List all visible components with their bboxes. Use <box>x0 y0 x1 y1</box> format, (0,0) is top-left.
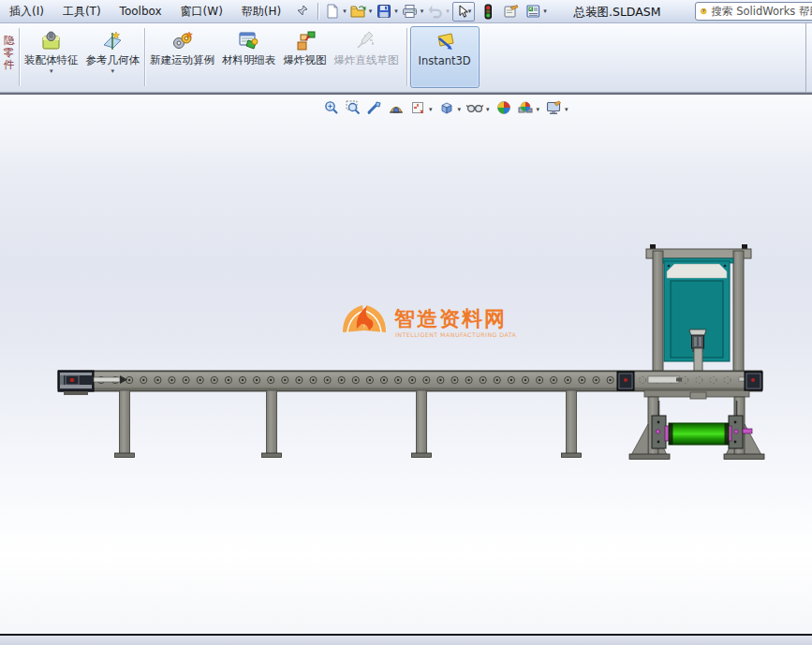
chevron-down-icon[interactable]: ▾ <box>50 67 53 75</box>
help-icon: ? <box>701 5 707 18</box>
menu-tools[interactable]: 工具(T) <box>53 0 111 23</box>
chevron-down-icon[interactable]: ▾ <box>111 67 114 75</box>
green-roller-assembly <box>652 416 752 448</box>
open-button[interactable] <box>347 2 370 22</box>
graphics-area[interactable]: ▾ ▾ ▾ ▾ ▾ <box>0 95 812 634</box>
solidworks-window: 插入(I) 工具(T) Toolbox 窗口(W) 帮助(H) ▾ ▾ ▾ ▾ … <box>0 0 812 645</box>
mid-bearing-block <box>617 372 634 390</box>
command-manager: 隐零件 装配体特征 ▾ 参考几何体 ▾ 新建运动算例 材料明细表 爆炸视图 <box>0 23 812 92</box>
pin-menu-icon[interactable] <box>290 1 315 22</box>
menu-insert[interactable]: 插入(I) <box>0 0 53 23</box>
watermark-logo-icon <box>343 305 386 332</box>
explode-line-sketch-button: 爆炸直线草图 <box>331 26 403 88</box>
assembly-drawing: 智造资料网 INTELLIGENT MANUFACTURING DATA <box>0 95 812 634</box>
divider <box>406 28 407 86</box>
watermark: 智造资料网 INTELLIGENT MANUFACTURING DATA <box>343 305 517 338</box>
menu-help[interactable]: 帮助(H) <box>232 0 290 23</box>
roller-shaft <box>743 429 752 433</box>
motion-study-icon <box>170 29 195 53</box>
design-checker-button[interactable] <box>522 2 544 22</box>
bill-of-materials-button[interactable]: 材料明细表 <box>218 26 280 88</box>
watermark-title: 智造资料网 <box>393 307 507 330</box>
select-tool-button[interactable]: ▾ <box>452 2 476 22</box>
divider <box>144 28 145 86</box>
explode-line-sketch-icon <box>354 29 378 53</box>
options-properties-button[interactable] <box>499 2 522 22</box>
menu-bar: 插入(I) 工具(T) Toolbox 窗口(W) 帮助(H) ▾ ▾ ▾ ▾ … <box>0 0 812 23</box>
search-placeholder: 搜索 SolidWorks 帮助 <box>712 5 812 19</box>
divider <box>19 28 20 86</box>
print-button[interactable] <box>399 2 421 22</box>
conveyor-legs <box>115 390 582 458</box>
assembly-features-button[interactable]: 装配体特征 ▾ <box>21 26 82 88</box>
assembly-features-icon <box>39 29 64 53</box>
document-title: 总装图.SLDASM <box>556 0 678 23</box>
new-motion-study-button[interactable]: 新建运动算例 <box>146 26 218 88</box>
bill-of-materials-icon <box>237 29 261 53</box>
show-hidden-components-button[interactable]: 隐零件 <box>0 26 18 88</box>
divider <box>805 23 806 92</box>
new-document-button[interactable] <box>321 2 344 22</box>
instant3d-icon <box>433 30 457 54</box>
search-input[interactable]: ? 搜索 SolidWorks 帮助 <box>695 2 812 21</box>
exploded-view-icon <box>293 29 317 53</box>
reference-geometry-button[interactable]: 参考几何体 ▾ <box>82 26 144 88</box>
chevron-down-icon[interactable]: ▾ <box>468 7 472 15</box>
instant3d-button[interactable]: Instant3D <box>410 26 480 88</box>
save-button[interactable] <box>373 2 395 22</box>
menu-toolbox[interactable]: Toolbox <box>111 1 171 22</box>
status-bar <box>0 634 812 645</box>
divider <box>317 3 318 20</box>
reference-geometry-icon <box>100 29 125 53</box>
undo-button <box>424 2 447 22</box>
exploded-view-button[interactable]: 爆炸视图 <box>280 26 331 88</box>
watermark-subtitle: INTELLIGENT MANUFACTURING DATA <box>395 331 517 338</box>
traffic-light-icon[interactable] <box>477 2 499 22</box>
menu-window[interactable]: 窗口(W) <box>171 0 232 23</box>
green-roller <box>669 423 729 445</box>
